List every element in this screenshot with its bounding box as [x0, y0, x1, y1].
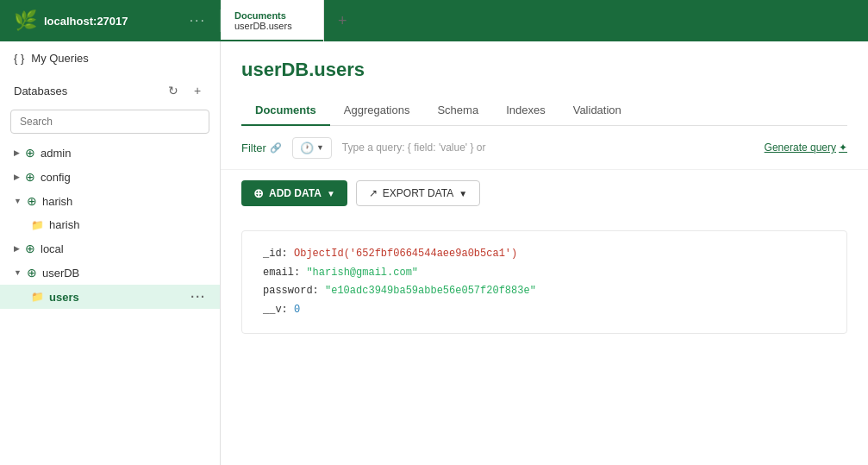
generate-query-icon: ✦	[839, 141, 847, 154]
sidebar: { } My Queries Databases ↻ + ▶ ⊕ admin ▶…	[0, 41, 221, 465]
topbar-tabs: Documents userDB.users +	[221, 0, 361, 41]
database-icon: ⊕	[27, 266, 37, 280]
new-tab-button[interactable]: +	[324, 0, 361, 41]
main-layout: { } My Queries Databases ↻ + ▶ ⊕ admin ▶…	[0, 41, 868, 465]
coll-name-users: users	[49, 291, 79, 304]
page-title: userDB.users	[241, 59, 847, 81]
tab-sub: userDB.users	[234, 21, 309, 31]
chevron-down-icon: ▼	[14, 197, 22, 205]
chevron-down-icon: ▼	[14, 268, 22, 277]
documents-area: _id: ObjectId('652fbf0664544aee9a0b5ca1'…	[221, 217, 868, 465]
folder-icon: 📁	[31, 219, 44, 231]
filter-button[interactable]: Filter 🔗	[241, 141, 282, 154]
my-queries-label: My Queries	[31, 52, 88, 65]
export-icon: ↗	[369, 187, 378, 199]
topbar: 🌿 localhost:27017 ··· Documents userDB.u…	[0, 0, 868, 41]
sidebar-item-admin[interactable]: ▶ ⊕ admin	[0, 141, 220, 165]
topbar-brand: 🌿 localhost:27017 ···	[0, 9, 221, 32]
content-area: userDB.users Documents Aggregations Sche…	[221, 41, 868, 465]
tab-indexes[interactable]: Indexes	[492, 95, 559, 125]
generate-query-label: Generate query	[765, 141, 836, 154]
coll-name-harish: harish	[49, 218, 79, 231]
content-tabs: Documents Aggregations Schema Indexes Va…	[241, 95, 847, 126]
query-toolbar: Filter 🔗 🕐 ▼ Type a query: { field: 'val…	[221, 126, 868, 170]
databases-label: Databases	[14, 85, 165, 97]
v-value: 0	[294, 304, 300, 316]
db-name-local: local	[41, 242, 64, 255]
my-queries-icon: { }	[14, 52, 24, 65]
connection-menu-button[interactable]: ···	[190, 13, 206, 28]
tab-label: Documents	[234, 10, 309, 21]
add-data-label: ADD DATA	[269, 187, 322, 199]
tab-aggregations[interactable]: Aggregations	[330, 95, 424, 125]
add-data-button[interactable]: ⊕ ADD DATA ▼	[241, 180, 347, 206]
generate-query-button[interactable]: Generate query ✦	[765, 141, 847, 154]
export-data-chevron-icon: ▼	[459, 189, 467, 198]
doc-field-password: password: "e10adc3949ba59abbe56e057f20f8…	[263, 282, 833, 301]
history-chevron-icon: ▼	[316, 143, 324, 152]
chevron-right-icon: ▶	[14, 173, 20, 181]
add-database-button[interactable]: +	[189, 82, 206, 99]
database-icon: ⊕	[25, 146, 35, 160]
refresh-databases-button[interactable]: ↻	[165, 82, 182, 99]
tab-documents[interactable]: Documents	[241, 95, 330, 125]
sidebar-item-local[interactable]: ▶ ⊕ local	[0, 236, 220, 261]
connection-host: localhost:27017	[44, 15, 128, 28]
document-card: _id: ObjectId('652fbf0664544aee9a0b5ca1'…	[241, 230, 847, 334]
sidebar-item-harish-db[interactable]: ▼ ⊕ harish	[0, 189, 220, 213]
clock-icon: 🕐	[300, 141, 314, 154]
email-value: "harish@gmail.com"	[306, 267, 418, 279]
tab-validation[interactable]: Validation	[559, 95, 635, 125]
sidebar-item-config[interactable]: ▶ ⊕ config	[0, 165, 220, 189]
db-name-config: config	[41, 171, 71, 184]
sidebar-item-harish-collection[interactable]: 📁 harish	[0, 213, 220, 236]
filter-external-icon: 🔗	[270, 142, 282, 154]
password-value: "e10adc3949ba59abbe56e057f20f883e"	[325, 285, 536, 297]
id-key: _id:	[263, 248, 288, 260]
chevron-right-icon: ▶	[14, 244, 20, 253]
sidebar-item-my-queries[interactable]: { } My Queries	[0, 41, 220, 75]
collection-options-button[interactable]: ···	[190, 290, 206, 304]
query-input[interactable]: Type a query: { field: 'value' } or	[342, 136, 754, 159]
databases-actions: ↻ +	[165, 82, 206, 99]
folder-icon: 📁	[31, 291, 44, 303]
action-bar: ⊕ ADD DATA ▼ ↗ EXPORT DATA ▼	[221, 170, 868, 217]
mongodb-logo-icon: 🌿	[14, 9, 37, 32]
filter-label: Filter	[241, 141, 266, 154]
email-key: email:	[263, 267, 300, 279]
database-icon: ⊕	[25, 170, 35, 184]
add-data-chevron-icon: ▼	[327, 189, 335, 198]
sidebar-item-userdb[interactable]: ▼ ⊕ userDB	[0, 261, 220, 285]
doc-field-id: _id: ObjectId('652fbf0664544aee9a0b5ca1'…	[263, 245, 833, 264]
db-name-harish: harish	[42, 195, 72, 208]
active-tab[interactable]: Documents userDB.users	[221, 0, 324, 41]
doc-field-email: email: "harish@gmail.com"	[263, 264, 833, 283]
content-header: userDB.users Documents Aggregations Sche…	[221, 41, 868, 126]
plus-icon: ⊕	[253, 186, 264, 200]
history-button[interactable]: 🕐 ▼	[292, 137, 332, 159]
v-key: __v:	[263, 304, 288, 316]
database-icon: ⊕	[27, 194, 37, 208]
doc-field-v: __v: 0	[263, 301, 833, 320]
databases-header: Databases ↻ +	[0, 75, 220, 106]
database-icon: ⊕	[25, 242, 35, 255]
sidebar-database-list: ▶ ⊕ admin ▶ ⊕ config ▼ ⊕ harish 📁 harish	[0, 141, 220, 465]
sidebar-item-users-collection[interactable]: 📁 users ···	[0, 285, 220, 309]
db-name-admin: admin	[41, 147, 71, 160]
id-value: ObjectId('652fbf0664544aee9a0b5ca1')	[294, 248, 517, 260]
db-name-userdb: userDB	[42, 267, 79, 280]
tab-schema[interactable]: Schema	[423, 95, 492, 125]
export-data-button[interactable]: ↗ EXPORT DATA ▼	[356, 180, 480, 206]
password-key: password:	[263, 285, 319, 297]
export-data-label: EXPORT DATA	[383, 187, 453, 199]
chevron-right-icon: ▶	[14, 148, 20, 157]
search-input[interactable]	[10, 110, 209, 134]
